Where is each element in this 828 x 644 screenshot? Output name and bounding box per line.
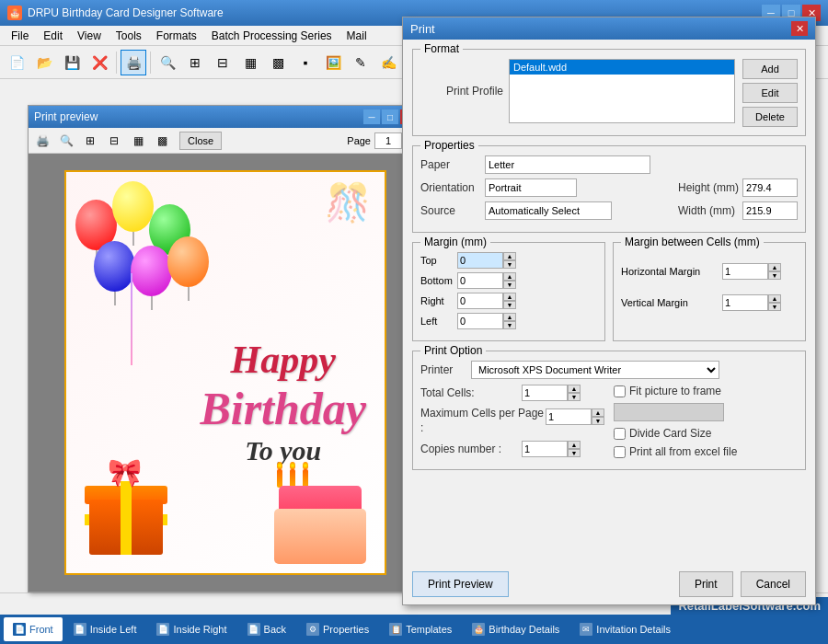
height-label: Height (mm) xyxy=(678,181,742,194)
tab-invitation-details[interactable]: ✉ Invitation Details xyxy=(570,617,680,641)
copies-label: Copies number : xyxy=(420,443,522,455)
divide-card-checkbox[interactable] xyxy=(614,428,626,440)
total-cells-input[interactable] xyxy=(522,385,568,401)
margin-bottom-up[interactable]: ▲ xyxy=(503,272,516,281)
menu-mail[interactable]: Mail xyxy=(339,28,374,44)
horiz-margin-down[interactable]: ▼ xyxy=(768,271,781,280)
profile-row: Print Profile Default.wdd xyxy=(420,59,735,123)
dialog-close-button[interactable]: ✕ xyxy=(791,21,808,36)
preview-maximize[interactable]: □ xyxy=(382,109,398,124)
grid-button-2[interactable]: ⊟ xyxy=(210,50,236,75)
save-button[interactable]: 💾 xyxy=(59,50,85,75)
total-cells-down[interactable]: ▼ xyxy=(568,393,581,401)
balloon-blue xyxy=(94,241,135,292)
margin-right-input[interactable] xyxy=(457,293,503,309)
vert-margin-input[interactable] xyxy=(722,294,768,311)
grid-button-1[interactable]: ⊞ xyxy=(182,50,208,75)
copies-input[interactable] xyxy=(522,441,568,457)
preview-grid-4[interactable]: ▩ xyxy=(152,131,172,151)
fit-picture-checkbox[interactable] xyxy=(614,385,626,397)
horiz-margin-input[interactable] xyxy=(722,263,768,280)
tab-front[interactable]: 📄 Front xyxy=(4,617,63,641)
tab-back[interactable]: 📄 Back xyxy=(238,617,295,641)
edit-button[interactable]: Edit xyxy=(742,83,798,103)
preview-grid-3[interactable]: ▦ xyxy=(128,131,148,151)
tab-properties[interactable]: ⚙ Properties xyxy=(297,617,378,641)
profile-item-default[interactable]: Default.wdd xyxy=(510,60,734,75)
copies-down[interactable]: ▼ xyxy=(568,449,581,457)
width-input[interactable] xyxy=(742,201,798,220)
print-button[interactable]: 🖨️ xyxy=(121,50,146,75)
preview-grid-1[interactable]: ⊞ xyxy=(80,131,100,151)
margin-top-up[interactable]: ▲ xyxy=(503,252,516,260)
paper-row: Paper xyxy=(420,155,798,174)
print-button[interactable]: Print xyxy=(679,571,733,597)
margin-bottom-down[interactable]: ▼ xyxy=(503,281,516,289)
margin-left-input[interactable] xyxy=(457,313,503,329)
barcode-button-2[interactable]: ▩ xyxy=(265,50,291,75)
image-button[interactable]: 🖼️ xyxy=(320,50,346,75)
cancel-button[interactable]: Cancel xyxy=(741,571,806,597)
menu-batch[interactable]: Batch Processing Series xyxy=(204,28,339,44)
margin-right-up[interactable]: ▲ xyxy=(503,293,516,301)
dialog-title-bar: Print ✕ xyxy=(403,17,815,40)
preview-print-btn[interactable]: 🖨️ xyxy=(32,131,52,151)
source-row: Source xyxy=(420,201,671,220)
preview-minimize[interactable]: ─ xyxy=(363,109,380,124)
margin-bottom-input[interactable] xyxy=(457,272,503,289)
paper-input[interactable] xyxy=(485,155,650,174)
vert-margin-down[interactable]: ▼ xyxy=(768,303,781,311)
tab-inside-right[interactable]: 📄 Inside Right xyxy=(147,617,236,641)
tab-birthday-details[interactable]: 🎂 Birthday Details xyxy=(463,617,569,641)
tab-inside-left[interactable]: 📄 Inside Left xyxy=(64,617,146,641)
preview-zoom-btn[interactable]: 🔍 xyxy=(56,131,76,151)
menu-tools[interactable]: Tools xyxy=(109,28,149,44)
margin-right-down[interactable]: ▼ xyxy=(503,301,516,309)
print-all-checkbox[interactable] xyxy=(614,446,626,458)
margin-top-input[interactable] xyxy=(457,252,503,269)
vert-margin-up[interactable]: ▲ xyxy=(768,294,781,303)
copies-up[interactable]: ▲ xyxy=(568,441,581,449)
delete-button[interactable]: Delete xyxy=(742,107,798,127)
margin-left-up[interactable]: ▲ xyxy=(503,313,516,321)
print-option-title: Print Option xyxy=(420,344,486,357)
horiz-margin-up[interactable]: ▲ xyxy=(768,263,781,271)
new-button[interactable]: 📄 xyxy=(4,50,29,75)
max-cells-input[interactable] xyxy=(546,408,592,425)
margin-top-down[interactable]: ▼ xyxy=(503,260,516,269)
menu-formats[interactable]: Formats xyxy=(149,28,204,44)
margin-left-down[interactable]: ▼ xyxy=(503,321,516,329)
source-input[interactable] xyxy=(485,201,612,220)
preview-grid-2[interactable]: ⊟ xyxy=(104,131,124,151)
separator-2 xyxy=(150,52,151,74)
height-input[interactable] xyxy=(742,178,798,197)
total-cells-up[interactable]: ▲ xyxy=(568,385,581,393)
orientation-input[interactable] xyxy=(485,178,577,197)
menu-file[interactable]: File xyxy=(4,28,36,44)
text-button[interactable]: ✍ xyxy=(375,50,401,75)
print-preview-button[interactable]: Print Preview xyxy=(412,571,509,597)
page-label: Page xyxy=(347,135,371,146)
vert-margin-spin-btns: ▲ ▼ xyxy=(768,294,781,311)
add-button[interactable]: Add xyxy=(742,59,798,79)
tab-templates[interactable]: 📋 Templates xyxy=(380,617,461,641)
page-input[interactable] xyxy=(374,132,402,149)
close-preview-button[interactable]: Close xyxy=(179,132,222,150)
barcode-button-3[interactable]: ▪ xyxy=(293,50,318,75)
shape-button[interactable]: ✎ xyxy=(348,50,374,75)
happy-text: Happy xyxy=(200,338,366,382)
orientation-height-row: Orientation Height (mm) xyxy=(420,178,798,201)
close-doc-button[interactable]: ❌ xyxy=(86,50,112,75)
printer-dropdown[interactable]: Microsoft XPS Document Writer xyxy=(471,361,719,379)
menu-edit[interactable]: Edit xyxy=(36,28,70,44)
open-button[interactable]: 📂 xyxy=(31,50,57,75)
dialog-bottom-buttons: Print Preview Print Cancel xyxy=(403,571,815,597)
barcode-button[interactable]: ▦ xyxy=(237,50,263,75)
max-cells-down[interactable]: ▼ xyxy=(592,417,604,425)
menu-view[interactable]: View xyxy=(70,28,109,44)
profile-list[interactable]: Default.wdd xyxy=(509,59,735,123)
max-cells-up[interactable]: ▲ xyxy=(592,408,604,417)
margin-right-label: Right xyxy=(420,295,457,306)
candle-3 xyxy=(303,469,308,488)
zoom-button[interactable]: 🔍 xyxy=(155,50,180,75)
